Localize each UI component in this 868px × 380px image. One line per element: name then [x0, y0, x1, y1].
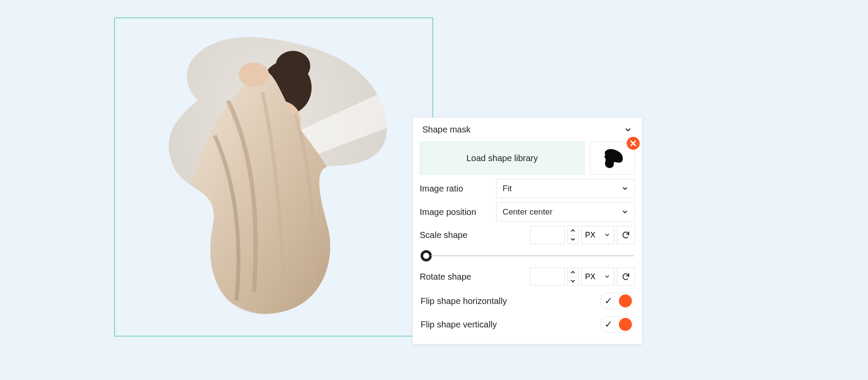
scale-slider[interactable] [420, 248, 635, 268]
chevron-down-icon [621, 208, 628, 215]
shape-mask-panel: Shape mask Load shape library Image [412, 117, 642, 344]
chevron-down-icon [621, 185, 628, 192]
canvas-selection-frame[interactable] [114, 17, 433, 337]
chevron-down-icon[interactable] [568, 235, 578, 244]
svg-point-2 [276, 51, 310, 81]
svg-point-4 [239, 63, 269, 87]
flip-horizontal-label: Flip shape horizontally [421, 296, 507, 306]
slider-thumb[interactable] [421, 250, 432, 261]
reset-icon [621, 231, 630, 239]
load-shape-library-button[interactable]: Load shape library [420, 142, 585, 175]
image-position-value: Center center [503, 207, 552, 217]
rotate-unit-value: PX [585, 272, 595, 281]
scale-shape-label: Scale shape [420, 230, 515, 240]
image-position-label: Image position [420, 207, 491, 217]
panel-header[interactable]: Shape mask [413, 118, 642, 142]
reset-icon [621, 272, 630, 281]
chevron-down-icon [624, 126, 632, 134]
chevron-down-icon[interactable] [568, 277, 578, 286]
panel-title: Shape mask [422, 125, 470, 135]
scale-stepper[interactable] [567, 226, 579, 244]
rotate-reset-button[interactable] [617, 268, 635, 286]
chevron-down-icon [604, 232, 610, 238]
slider-track [431, 255, 634, 256]
chevron-up-icon[interactable] [568, 226, 578, 235]
rotate-shape-label: Rotate shape [420, 272, 515, 282]
chevron-up-icon[interactable] [568, 268, 578, 277]
remove-shape-button[interactable] [627, 137, 640, 150]
scale-input[interactable] [530, 226, 565, 244]
toggle-knob [619, 294, 632, 307]
shape-preview[interactable] [590, 142, 635, 175]
check-icon: ✓ [602, 295, 615, 307]
rotate-stepper[interactable] [567, 268, 579, 286]
image-ratio-select[interactable]: Fit [496, 179, 635, 198]
panel-body: Load shape library Image ratio Fit [413, 142, 642, 344]
close-icon [630, 140, 637, 147]
chevron-down-icon [604, 274, 610, 280]
image-position-select[interactable]: Center center [496, 202, 635, 221]
flip-horizontal-toggle[interactable]: ✓ [600, 293, 634, 309]
load-shape-library-label: Load shape library [467, 153, 538, 163]
masked-image[interactable] [141, 23, 401, 327]
scale-reset-button[interactable] [617, 226, 635, 244]
image-ratio-label: Image ratio [420, 184, 491, 194]
blob-shape-icon [600, 147, 625, 169]
check-icon: ✓ [602, 319, 615, 330]
flip-vertical-toggle[interactable]: ✓ [600, 316, 634, 333]
rotate-unit-select[interactable]: PX [581, 268, 614, 286]
scale-unit-value: PX [585, 231, 595, 240]
flip-vertical-label: Flip shape vertically [421, 320, 497, 330]
scale-unit-select[interactable]: PX [581, 226, 614, 244]
rotate-input[interactable] [530, 268, 565, 286]
toggle-knob [619, 318, 632, 331]
image-ratio-value: Fit [503, 184, 512, 193]
